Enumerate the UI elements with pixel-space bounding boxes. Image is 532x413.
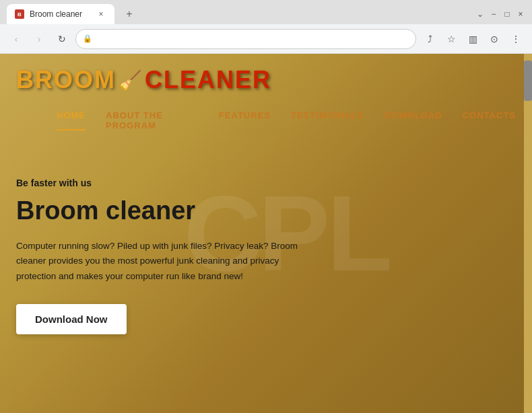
hero-title: Broom cleaner [16, 196, 516, 225]
window-controls: ⌄ − □ × [475, 9, 525, 19]
back-button[interactable]: ‹ [7, 30, 26, 48]
tab-close-button[interactable]: × [96, 9, 106, 20]
website-content: CPL BROOM 🧹 CLEANER HOME ABOUT THE PROGR… [0, 54, 532, 413]
reload-button[interactable]: ↻ [53, 30, 71, 48]
browser-chrome: B Broom cleaner × + ⌄ − □ × ‹ › ↻ 🔒 ⤴ ☆ … [0, 0, 532, 54]
nav-item-testimonials[interactable]: TESTIMONIALS [291, 110, 364, 130]
maximize-button[interactable]: □ [502, 9, 512, 19]
site-logo: BROOM 🧹 CLEANER [16, 66, 516, 94]
broom-icon: 🧹 [119, 69, 142, 91]
new-tab-button[interactable]: + [120, 5, 139, 24]
nav-item-contacts[interactable]: CONTACTS [463, 110, 516, 130]
nav-item-features[interactable]: FEATURES [219, 110, 271, 130]
menu-icon[interactable]: ⋮ [506, 30, 525, 48]
hero-section: Be faster with us Broom cleaner Computer… [16, 171, 516, 348]
lock-icon: 🔒 [83, 34, 92, 43]
tab-favicon: B [15, 9, 24, 19]
download-now-button[interactable]: Download Now [16, 304, 127, 334]
nav-item-home[interactable]: HOME [57, 110, 86, 130]
browser-tab[interactable]: B Broom cleaner × [7, 4, 114, 24]
share-icon[interactable]: ⤴ [420, 30, 439, 48]
site-content-area: BROOM 🧹 CLEANER HOME ABOUT THE PROGRAM F… [0, 54, 532, 360]
hero-description: Computer running slow? Piled up with jun… [16, 239, 312, 284]
address-bar[interactable]: 🔒 [75, 29, 416, 49]
hero-tagline: Be faster with us [16, 178, 516, 188]
nav-item-download[interactable]: DOWNLOAD [385, 110, 442, 130]
star-icon[interactable]: ☆ [442, 30, 461, 48]
tab-title: Broom cleaner [30, 9, 90, 19]
forward-button[interactable]: › [30, 30, 48, 48]
nav-item-about[interactable]: ABOUT THE PROGRAM [106, 110, 199, 130]
close-button[interactable]: × [516, 9, 525, 19]
logo-broom-text: BROOM [16, 66, 116, 94]
profile-icon[interactable]: ⊙ [485, 30, 504, 48]
title-bar-left: B Broom cleaner × + [7, 4, 139, 24]
sidebar-icon[interactable]: ▥ [463, 30, 482, 48]
logo-cleaner-text: CLEANER [145, 66, 271, 94]
nav-bar: ‹ › ↻ 🔒 ⤴ ☆ ▥ ⊙ ⋮ [0, 24, 532, 54]
title-bar: B Broom cleaner × + ⌄ − □ × [0, 0, 532, 24]
nav-right-controls: ⤴ ☆ ▥ ⊙ ⋮ [420, 30, 525, 48]
minimize-button[interactable]: − [489, 9, 498, 19]
collapse-icon[interactable]: ⌄ [475, 9, 485, 19]
site-navigation: HOME ABOUT THE PROGRAM FEATURES TESTIMON… [57, 110, 516, 130]
